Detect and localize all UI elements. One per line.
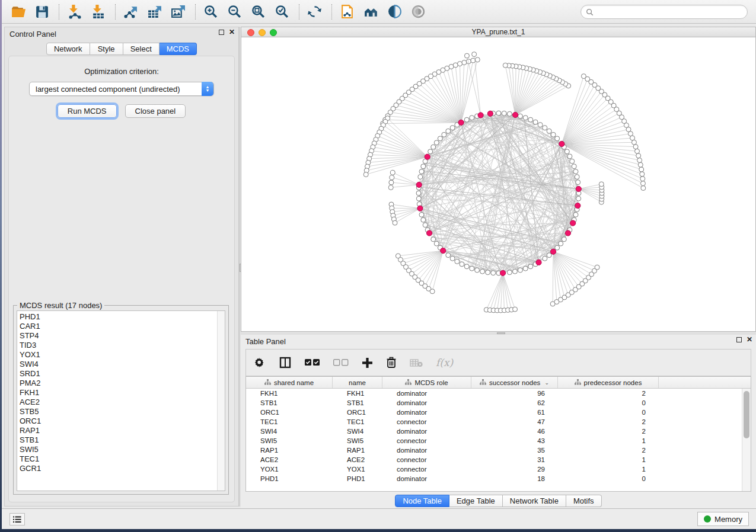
network-leaf-node[interactable] xyxy=(513,307,518,312)
optimization-criterion-select[interactable]: largest connected component (undirected)… xyxy=(29,82,214,96)
table-row[interactable]: STB1STB1dominator620 xyxy=(246,398,742,408)
network-node[interactable] xyxy=(528,117,533,122)
network-window-titlebar[interactable]: YPA_prune.txt_1 xyxy=(241,27,755,37)
task-history-button[interactable] xyxy=(9,513,25,525)
mcds-dominator-node[interactable] xyxy=(425,154,430,159)
network-node[interactable] xyxy=(551,132,556,137)
network-leaf-node[interactable] xyxy=(638,162,643,167)
network-leaf-node[interactable] xyxy=(640,172,645,177)
mcds-result-item[interactable]: ORC1 xyxy=(20,416,225,426)
network-node[interactable] xyxy=(460,262,464,267)
hide-graphics-details-icon[interactable] xyxy=(409,4,427,20)
network-leaf-node[interactable] xyxy=(640,181,645,186)
tab-style[interactable]: Style xyxy=(90,43,123,55)
tab-edge-table[interactable]: Edge Table xyxy=(449,495,503,507)
splitter-handle[interactable] xyxy=(497,332,505,334)
table-row[interactable]: YOX1YOX1connector291 xyxy=(246,464,742,474)
float-panel-icon[interactable] xyxy=(219,30,224,35)
network-node[interactable] xyxy=(434,241,439,246)
network-leaf-node[interactable] xyxy=(462,60,467,65)
export-network-icon[interactable] xyxy=(122,4,139,20)
mcds-result-item[interactable]: SWI4 xyxy=(20,360,225,369)
network-node[interactable] xyxy=(572,164,576,169)
float-panel-icon[interactable] xyxy=(736,337,742,342)
network-node[interactable] xyxy=(507,270,512,275)
network-node[interactable] xyxy=(576,180,580,185)
export-image-icon[interactable] xyxy=(169,4,187,20)
network-leaf-node[interactable] xyxy=(464,53,469,58)
network-node[interactable] xyxy=(547,129,551,133)
network-node[interactable] xyxy=(523,266,528,271)
table-settings-gear-icon[interactable] xyxy=(254,357,266,368)
column-header-MCDS-role[interactable]: MCDS role xyxy=(382,377,471,388)
table-scrollbar[interactable] xyxy=(742,389,751,491)
network-leaf-node[interactable] xyxy=(389,180,394,185)
column-header-predecessor-nodes[interactable]: predecessor nodes xyxy=(558,377,659,388)
mcds-result-item[interactable]: FKH1 xyxy=(20,388,225,398)
network-leaf-node[interactable] xyxy=(388,185,393,190)
table-row[interactable]: RAP1RAP1dominator352 xyxy=(246,446,742,455)
mcds-dominator-node[interactable] xyxy=(426,230,432,236)
mcds-result-item[interactable]: TEC1 xyxy=(20,454,225,464)
network-leaf-node[interactable] xyxy=(631,140,636,145)
mcds-dominator-node[interactable] xyxy=(416,182,422,187)
network-node[interactable] xyxy=(512,269,517,274)
mcds-result-item[interactable]: GCR1 xyxy=(20,464,225,473)
show-column-icon[interactable] xyxy=(279,356,292,369)
mcds-dominator-node[interactable] xyxy=(500,270,505,275)
apply-layout-icon[interactable] xyxy=(305,4,323,20)
mcds-dominator-node[interactable] xyxy=(487,111,493,116)
maximize-window-icon[interactable] xyxy=(270,29,277,36)
network-node[interactable] xyxy=(528,264,533,269)
network-node[interactable] xyxy=(573,212,578,217)
network-node[interactable] xyxy=(575,175,579,180)
network-leaf-node[interactable] xyxy=(475,57,480,62)
mcds-dominator-node[interactable] xyxy=(550,249,556,254)
column-header-successor-nodes[interactable]: successor nodes⌄ xyxy=(471,377,558,388)
network-node[interactable] xyxy=(480,269,485,274)
zoom-selected-icon[interactable] xyxy=(273,4,291,20)
network-node[interactable] xyxy=(555,245,560,250)
network-node[interactable] xyxy=(416,196,421,201)
network-leaf-node[interactable] xyxy=(637,158,642,163)
open-file-icon[interactable] xyxy=(9,4,27,20)
delete-column-trash-icon[interactable] xyxy=(386,357,397,368)
mcds-result-item[interactable]: SWI5 xyxy=(20,445,225,454)
close-panel-button[interactable]: Close panel xyxy=(125,104,186,118)
network-node[interactable] xyxy=(434,140,439,145)
import-network-icon[interactable] xyxy=(65,4,83,20)
column-header-shared-name[interactable]: shared name xyxy=(246,377,333,388)
add-column-icon[interactable] xyxy=(362,357,373,368)
network-leaf-node[interactable] xyxy=(641,185,646,190)
mcds-result-item[interactable]: PHD1 xyxy=(20,312,225,322)
minimize-window-icon[interactable] xyxy=(259,29,266,36)
save-session-icon[interactable] xyxy=(33,4,50,20)
table-row[interactable]: ORC1ORC1dominator610 xyxy=(246,408,742,417)
table-row[interactable]: SWI5SWI5connector431 xyxy=(246,436,742,446)
mcds-result-item[interactable]: CAR1 xyxy=(20,322,225,331)
network-node[interactable] xyxy=(418,175,423,180)
network-node[interactable] xyxy=(486,270,490,275)
network-leaf-node[interactable] xyxy=(363,172,368,177)
network-node[interactable] xyxy=(538,123,543,127)
network-node[interactable] xyxy=(455,259,460,264)
network-node[interactable] xyxy=(496,111,501,116)
network-node[interactable] xyxy=(475,268,480,273)
network-node[interactable] xyxy=(562,237,566,242)
network-node[interactable] xyxy=(564,149,569,154)
mcds-dominator-node[interactable] xyxy=(441,248,446,254)
network-leaf-node[interactable] xyxy=(390,170,395,175)
network-node[interactable] xyxy=(470,266,474,271)
network-node[interactable] xyxy=(470,116,474,120)
network-node[interactable] xyxy=(423,223,428,227)
close-window-icon[interactable] xyxy=(247,29,254,36)
network-leaf-node[interactable] xyxy=(595,265,599,270)
network-node[interactable] xyxy=(543,126,547,130)
network-node[interactable] xyxy=(464,264,469,269)
network-node[interactable] xyxy=(547,253,551,258)
network-node[interactable] xyxy=(431,237,436,242)
network-node[interactable] xyxy=(421,164,426,169)
network-canvas[interactable] xyxy=(241,37,755,331)
mcds-dominator-node[interactable] xyxy=(559,141,564,146)
network-node[interactable] xyxy=(464,117,469,122)
